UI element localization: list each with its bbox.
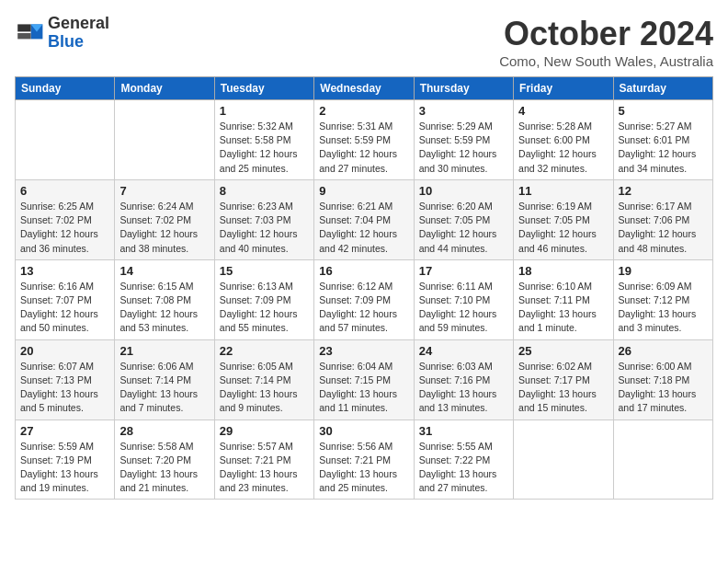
calendar-cell: 1Sunrise: 5:32 AMSunset: 5:58 PMDaylight…: [214, 100, 313, 180]
day-info: Sunrise: 6:06 AMSunset: 7:14 PMDaylight:…: [119, 360, 209, 416]
day-number: 3: [419, 104, 508, 118]
day-number: 7: [119, 184, 209, 198]
day-number: 9: [319, 184, 408, 198]
day-number: 19: [619, 264, 708, 278]
calendar-cell: 20Sunrise: 6:07 AMSunset: 7:13 PMDayligh…: [16, 339, 115, 419]
day-info: Sunrise: 6:09 AMSunset: 7:12 PMDaylight:…: [619, 280, 708, 336]
day-info: Sunrise: 6:04 AMSunset: 7:15 PMDaylight:…: [319, 360, 408, 416]
weekday-header-tuesday: Tuesday: [214, 77, 313, 100]
logo-text: General Blue: [48, 15, 109, 52]
calendar-cell: 6Sunrise: 6:25 AMSunset: 7:02 PMDaylight…: [16, 179, 115, 259]
day-info: Sunrise: 6:15 AMSunset: 7:08 PMDaylight:…: [119, 280, 209, 336]
logo-icon: [15, 18, 44, 48]
calendar-cell: [115, 100, 214, 180]
location-title: Como, New South Wales, Australia: [499, 53, 713, 69]
day-number: 20: [20, 344, 109, 358]
day-info: Sunrise: 6:16 AMSunset: 7:07 PMDaylight:…: [20, 280, 109, 336]
day-info: Sunrise: 6:13 AMSunset: 7:09 PMDaylight:…: [220, 280, 309, 336]
calendar-week-row: 20Sunrise: 6:07 AMSunset: 7:13 PMDayligh…: [16, 339, 713, 419]
calendar-cell: 17Sunrise: 6:11 AMSunset: 7:10 PMDayligh…: [414, 259, 513, 339]
day-number: 4: [518, 104, 608, 118]
day-number: 17: [419, 264, 508, 278]
weekday-header-thursday: Thursday: [414, 77, 513, 100]
calendar-cell: 5Sunrise: 5:27 AMSunset: 6:01 PMDaylight…: [613, 100, 712, 180]
day-number: 6: [20, 184, 109, 198]
calendar-cell: 10Sunrise: 6:20 AMSunset: 7:05 PMDayligh…: [414, 179, 513, 259]
logo-line2: Blue: [48, 33, 109, 52]
day-info: Sunrise: 5:55 AMSunset: 7:22 PMDaylight:…: [419, 440, 508, 496]
calendar-cell: 3Sunrise: 5:29 AMSunset: 5:59 PMDaylight…: [414, 100, 513, 180]
weekday-header-wednesday: Wednesday: [314, 77, 414, 100]
calendar-week-row: 13Sunrise: 6:16 AMSunset: 7:07 PMDayligh…: [16, 259, 713, 339]
day-number: 23: [319, 344, 408, 358]
day-info: Sunrise: 6:24 AMSunset: 7:02 PMDaylight:…: [119, 200, 209, 256]
day-number: 29: [220, 424, 309, 438]
day-number: 13: [20, 264, 109, 278]
calendar-cell: 14Sunrise: 6:15 AMSunset: 7:08 PMDayligh…: [115, 259, 214, 339]
page-header: General Blue October 2024 Como, New Sout…: [15, 15, 713, 69]
day-number: 26: [619, 344, 708, 358]
day-info: Sunrise: 6:02 AMSunset: 7:17 PMDaylight:…: [518, 360, 608, 416]
day-info: Sunrise: 6:10 AMSunset: 7:11 PMDaylight:…: [518, 280, 608, 336]
calendar-cell: 9Sunrise: 6:21 AMSunset: 7:04 PMDaylight…: [314, 179, 414, 259]
day-info: Sunrise: 6:23 AMSunset: 7:03 PMDaylight:…: [220, 200, 309, 256]
day-info: Sunrise: 5:57 AMSunset: 7:21 PMDaylight:…: [220, 440, 309, 496]
weekday-header-row: SundayMondayTuesdayWednesdayThursdayFrid…: [16, 77, 713, 100]
day-info: Sunrise: 6:07 AMSunset: 7:13 PMDaylight:…: [20, 360, 109, 416]
calendar-cell: 26Sunrise: 6:00 AMSunset: 7:18 PMDayligh…: [613, 339, 712, 419]
calendar-cell: 31Sunrise: 5:55 AMSunset: 7:22 PMDayligh…: [414, 419, 513, 500]
day-number: 22: [220, 344, 309, 358]
day-number: 1: [220, 104, 309, 118]
calendar-cell: 15Sunrise: 6:13 AMSunset: 7:09 PMDayligh…: [214, 259, 313, 339]
logo-line1: General: [48, 15, 109, 33]
calendar-cell: 16Sunrise: 6:12 AMSunset: 7:09 PMDayligh…: [314, 259, 414, 339]
day-number: 5: [619, 104, 708, 118]
svg-rect-2: [17, 24, 30, 31]
calendar-cell: 25Sunrise: 6:02 AMSunset: 7:17 PMDayligh…: [514, 339, 613, 419]
day-number: 11: [518, 184, 608, 198]
day-number: 27: [20, 424, 109, 438]
day-number: 25: [518, 344, 608, 358]
calendar-cell: 8Sunrise: 6:23 AMSunset: 7:03 PMDaylight…: [214, 179, 313, 259]
weekday-header-monday: Monday: [115, 77, 214, 100]
calendar-cell: 18Sunrise: 6:10 AMSunset: 7:11 PMDayligh…: [514, 259, 613, 339]
title-block: October 2024 Como, New South Wales, Aust…: [499, 15, 713, 69]
calendar-cell: 7Sunrise: 6:24 AMSunset: 7:02 PMDaylight…: [115, 179, 214, 259]
calendar-cell: 27Sunrise: 5:59 AMSunset: 7:19 PMDayligh…: [16, 419, 115, 500]
day-info: Sunrise: 5:32 AMSunset: 5:58 PMDaylight:…: [220, 120, 309, 176]
day-info: Sunrise: 5:31 AMSunset: 5:59 PMDaylight:…: [319, 120, 408, 176]
weekday-header-sunday: Sunday: [16, 77, 115, 100]
day-number: 18: [518, 264, 608, 278]
day-number: 10: [419, 184, 508, 198]
day-info: Sunrise: 6:11 AMSunset: 7:10 PMDaylight:…: [419, 280, 508, 336]
calendar-cell: [16, 100, 115, 180]
day-info: Sunrise: 5:28 AMSunset: 6:00 PMDaylight:…: [518, 120, 608, 176]
day-info: Sunrise: 5:59 AMSunset: 7:19 PMDaylight:…: [20, 440, 109, 496]
day-number: 21: [119, 344, 209, 358]
logo: General Blue: [15, 15, 109, 52]
day-number: 28: [119, 424, 209, 438]
day-info: Sunrise: 6:05 AMSunset: 7:14 PMDaylight:…: [220, 360, 309, 416]
calendar-week-row: 6Sunrise: 6:25 AMSunset: 7:02 PMDaylight…: [16, 179, 713, 259]
calendar-cell: [514, 419, 613, 500]
calendar-cell: 24Sunrise: 6:03 AMSunset: 7:16 PMDayligh…: [414, 339, 513, 419]
calendar-cell: 22Sunrise: 6:05 AMSunset: 7:14 PMDayligh…: [214, 339, 313, 419]
day-info: Sunrise: 5:29 AMSunset: 5:59 PMDaylight:…: [419, 120, 508, 176]
calendar-cell: 21Sunrise: 6:06 AMSunset: 7:14 PMDayligh…: [115, 339, 214, 419]
day-info: Sunrise: 6:20 AMSunset: 7:05 PMDaylight:…: [419, 200, 508, 256]
calendar-cell: 13Sunrise: 6:16 AMSunset: 7:07 PMDayligh…: [16, 259, 115, 339]
calendar-cell: [613, 419, 712, 500]
calendar-cell: 23Sunrise: 6:04 AMSunset: 7:15 PMDayligh…: [314, 339, 414, 419]
calendar-cell: 4Sunrise: 5:28 AMSunset: 6:00 PMDaylight…: [514, 100, 613, 180]
day-number: 15: [220, 264, 309, 278]
calendar-header: SundayMondayTuesdayWednesdayThursdayFrid…: [16, 77, 713, 100]
day-number: 24: [419, 344, 508, 358]
day-info: Sunrise: 6:00 AMSunset: 7:18 PMDaylight:…: [619, 360, 708, 416]
calendar-table: SundayMondayTuesdayWednesdayThursdayFrid…: [15, 76, 713, 500]
calendar-cell: 29Sunrise: 5:57 AMSunset: 7:21 PMDayligh…: [214, 419, 313, 500]
calendar-week-row: 1Sunrise: 5:32 AMSunset: 5:58 PMDaylight…: [16, 100, 713, 180]
day-number: 2: [319, 104, 408, 118]
calendar-cell: 30Sunrise: 5:56 AMSunset: 7:21 PMDayligh…: [314, 419, 414, 500]
calendar-body: 1Sunrise: 5:32 AMSunset: 5:58 PMDaylight…: [16, 100, 713, 500]
weekday-header-saturday: Saturday: [613, 77, 712, 100]
